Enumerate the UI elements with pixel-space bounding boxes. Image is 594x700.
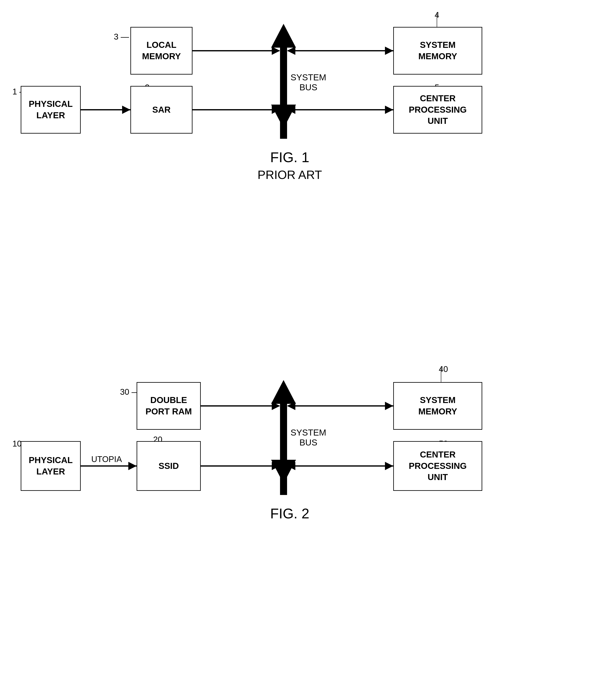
- system-memory-box-2: SYSTEMMEMORY: [393, 382, 482, 430]
- svg-marker-29: [287, 462, 295, 470]
- fig1-subtitle: PRIOR ART: [232, 168, 348, 182]
- svg-marker-13: [385, 106, 393, 114]
- cpu-label-1: CENTERPROCESSINGUNIT: [409, 93, 467, 127]
- arrows-svg: [0, 0, 594, 700]
- svg-marker-28: [385, 462, 393, 470]
- double-port-ram-label: DOUBLEPORT RAM: [145, 394, 192, 417]
- system-memory-label-1: SYSTEMMEMORY: [418, 39, 457, 62]
- system-bus-label-1: SYSTEMBUS: [288, 72, 329, 92]
- svg-marker-26: [287, 402, 295, 410]
- physical-layer-label-2: PHYSICALLAYER: [29, 454, 73, 477]
- svg-marker-25: [385, 402, 393, 410]
- ssid-label: SSID: [159, 460, 179, 472]
- fig2-title: FIG. 2: [249, 505, 331, 521]
- svg-marker-17: [272, 402, 280, 410]
- ref40-line: [441, 367, 441, 383]
- arrow-line-down-1: [280, 93, 287, 139]
- system-bus-label-2: SYSTEMBUS: [288, 428, 329, 448]
- local-memory-label: LOCALMEMORY: [142, 39, 181, 62]
- arrow-vert-line-1: [280, 45, 287, 106]
- arrow-down-bot-1: [271, 104, 296, 128]
- svg-marker-11: [287, 46, 295, 55]
- cpu-box-1: CENTERPROCESSINGUNIT: [393, 86, 482, 134]
- system-memory-label-2: SYSTEMMEMORY: [418, 394, 457, 417]
- arrow-vert-line-2: [280, 402, 287, 462]
- arrow-line-down-2: [280, 449, 287, 495]
- sar-label: SAR: [152, 104, 171, 116]
- svg-marker-14: [287, 106, 295, 114]
- double-port-ram-box: DOUBLEPORT RAM: [137, 382, 201, 430]
- arrow-up-top-2: [271, 380, 296, 404]
- ref-40: 40: [439, 364, 448, 374]
- ssid-box: SSID: [137, 441, 201, 491]
- sar-box: SAR: [130, 86, 193, 134]
- utopia-label: UTOPIA: [82, 454, 131, 464]
- cpu-label-2: CENTERPROCESSINGUNIT: [409, 449, 467, 483]
- ref4-line: [437, 12, 437, 29]
- arrow-up-top-1: [271, 24, 296, 47]
- physical-layer-label-1: PHYSICALLAYER: [29, 98, 73, 121]
- fig1-title: FIG. 1: [249, 149, 331, 165]
- arrow-line-up-1: [280, 47, 287, 93]
- cpu-box-2: CENTERPROCESSINGUNIT: [393, 441, 482, 491]
- svg-marker-10: [385, 46, 393, 55]
- svg-marker-2: [272, 46, 280, 55]
- svg-marker-8: [122, 106, 130, 114]
- system-memory-box-1: SYSTEMMEMORY: [393, 27, 482, 74]
- local-memory-box: LOCALMEMORY: [130, 27, 193, 74]
- svg-marker-20: [272, 462, 280, 470]
- diagram-container: 3 — LOCALMEMORY 4 SYSTEMMEMORY 1 — PHYSI…: [0, 0, 594, 700]
- arrow-down-bot-2: [271, 460, 296, 484]
- physical-layer-box-1: PHYSICALLAYER: [21, 86, 81, 134]
- arrow-line-up-2: [280, 404, 287, 449]
- svg-marker-5: [272, 106, 280, 114]
- ref-3: 3 —: [114, 32, 129, 41]
- physical-layer-box-2: PHYSICALLAYER: [21, 441, 81, 491]
